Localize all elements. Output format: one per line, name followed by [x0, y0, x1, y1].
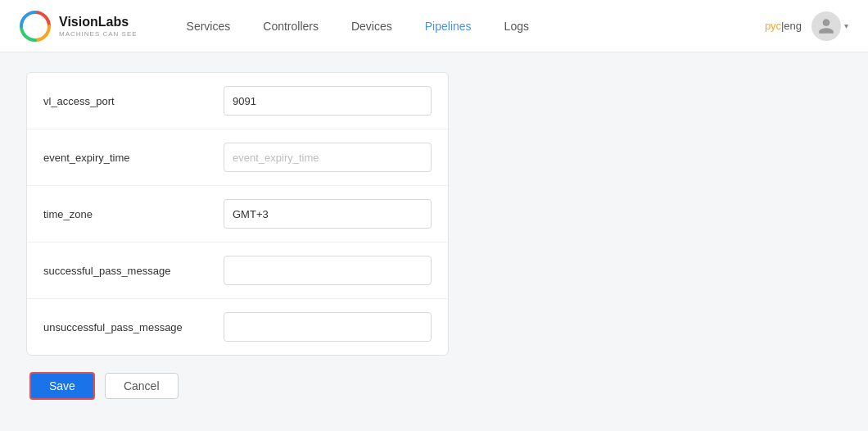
user-menu[interactable]: ▾ — [811, 11, 848, 41]
header: VisionLabs MACHINES CAN SEE Services Con… — [0, 0, 868, 52]
settings-form: vl_access_port event_expiry_time time_zo… — [26, 72, 449, 356]
logo-icon — [20, 11, 51, 42]
label-vl-access-port: vl_access_port — [43, 95, 224, 107]
header-right: рус|eng ▾ — [765, 11, 848, 41]
language-switcher[interactable]: рус|eng — [765, 20, 802, 32]
user-icon — [817, 17, 835, 35]
lang-rus[interactable]: рус — [765, 20, 781, 32]
field-row-event-expiry-time: event_expiry_time — [27, 129, 448, 186]
avatar — [811, 11, 841, 41]
input-time-zone[interactable] — [224, 199, 432, 229]
field-row-time-zone: time_zone — [27, 186, 448, 243]
chevron-down-icon: ▾ — [844, 21, 848, 30]
save-button[interactable]: Save — [29, 372, 95, 400]
cancel-button[interactable]: Cancel — [105, 373, 179, 399]
logo-text: VisionLabs MACHINES CAN SEE — [59, 14, 138, 37]
nav-item-logs[interactable]: Logs — [504, 20, 529, 33]
input-event-expiry-time[interactable] — [224, 143, 432, 172]
lang-eng[interactable]: eng — [784, 20, 802, 32]
nav-item-services[interactable]: Services — [187, 20, 231, 33]
input-unsuccessful-pass-message[interactable] — [224, 312, 432, 342]
logo-tagline: MACHINES CAN SEE — [59, 30, 138, 38]
field-row-successful-pass-message: successful_pass_message — [27, 243, 448, 299]
input-successful-pass-message[interactable] — [224, 256, 432, 285]
field-row-unsuccessful-pass-message: unsuccessful_pass_message — [27, 299, 448, 355]
label-time-zone: time_zone — [43, 208, 224, 220]
label-successful-pass-message: successful_pass_message — [43, 265, 224, 277]
field-row-vl-access-port: vl_access_port — [27, 73, 448, 129]
input-vl-access-port[interactable] — [224, 86, 432, 116]
nav-item-controllers[interactable]: Controllers — [263, 20, 319, 33]
label-event-expiry-time: event_expiry_time — [43, 152, 224, 164]
label-unsuccessful-pass-message: unsuccessful_pass_message — [43, 321, 224, 333]
nav-item-pipelines[interactable]: Pipelines — [425, 20, 472, 33]
nav-item-devices[interactable]: Devices — [351, 20, 392, 33]
main-content: vl_access_port event_expiry_time time_zo… — [0, 52, 868, 420]
form-actions: Save Cancel — [26, 372, 842, 400]
logo[interactable]: VisionLabs MACHINES CAN SEE — [20, 11, 138, 42]
main-nav: Services Controllers Devices Pipelines L… — [187, 20, 765, 33]
logo-name: VisionLabs — [59, 14, 138, 29]
